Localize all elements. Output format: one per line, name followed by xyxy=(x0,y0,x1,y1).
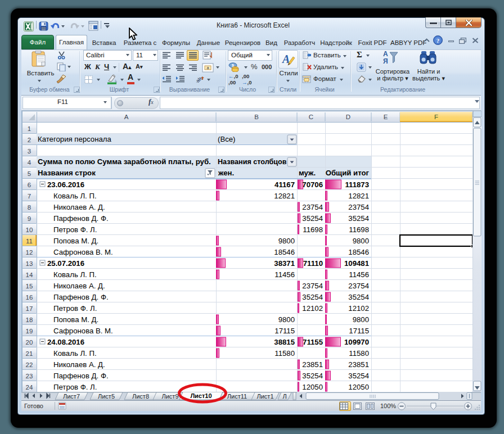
svg-text:Лист11: Лист11 xyxy=(227,393,247,400)
svg-text:71155: 71155 xyxy=(303,338,323,346)
svg-text:Николаев А. Д.: Николаев А. Д. xyxy=(53,360,105,369)
svg-text:20: 20 xyxy=(26,339,33,346)
svg-text:41167: 41167 xyxy=(274,180,295,189)
svg-text:12102: 12102 xyxy=(348,304,369,313)
svg-text:Петров Ф. Л.: Петров Ф. Л. xyxy=(53,304,97,313)
svg-text:10: 10 xyxy=(26,227,33,233)
svg-text:Лист7: Лист7 xyxy=(63,393,80,400)
svg-text:18546: 18546 xyxy=(348,248,369,256)
svg-text:23754: 23754 xyxy=(302,203,323,211)
svg-text:111873: 111873 xyxy=(345,180,369,189)
svg-text:Лист9: Лист9 xyxy=(161,393,178,400)
svg-text:18546: 18546 xyxy=(274,248,295,256)
svg-text:Л: Л xyxy=(282,393,286,400)
svg-text:19: 19 xyxy=(26,328,33,334)
svg-text:35254: 35254 xyxy=(348,293,369,301)
svg-text:23: 23 xyxy=(26,373,33,379)
svg-text:Сафронова В. М.: Сафронова В. М. xyxy=(53,248,113,256)
svg-text:Названия столбцов: Названия столбцов xyxy=(218,158,287,166)
svg-text:Коваль Л. П.: Коваль Л. П. xyxy=(53,192,97,200)
svg-text:?: ? xyxy=(436,37,440,44)
svg-text:25.07.2016: 25.07.2016 xyxy=(47,259,84,268)
svg-text:4: 4 xyxy=(28,159,32,166)
svg-text:23754: 23754 xyxy=(302,282,323,290)
svg-text:Николаев А. Д.: Николаев А. Д. xyxy=(53,282,105,290)
svg-text:15: 15 xyxy=(26,283,33,290)
svg-text:E: E xyxy=(384,114,388,120)
svg-text:24: 24 xyxy=(26,384,33,391)
svg-text:Сафронова В. М.: Сафронова В. М. xyxy=(53,327,113,335)
svg-text:(Все): (Все) xyxy=(218,135,236,143)
svg-text:a: a xyxy=(207,66,209,70)
svg-text:24.08.2016: 24.08.2016 xyxy=(47,338,84,346)
svg-text:35254: 35254 xyxy=(302,293,323,301)
svg-text:109481: 109481 xyxy=(344,259,369,268)
svg-text:Коваль Л. П.: Коваль Л. П. xyxy=(53,270,97,279)
svg-text:1: 1 xyxy=(28,125,31,132)
svg-text:70706: 70706 xyxy=(302,180,323,189)
svg-text:9800: 9800 xyxy=(353,315,369,324)
svg-text:21: 21 xyxy=(26,350,33,357)
svg-text:14: 14 xyxy=(26,272,33,278)
svg-text:2: 2 xyxy=(28,137,31,143)
svg-text:12: 12 xyxy=(26,249,33,256)
svg-text:9: 9 xyxy=(28,215,31,222)
svg-text:109970: 109970 xyxy=(344,338,369,346)
svg-text:35254: 35254 xyxy=(302,372,323,380)
svg-text:9800: 9800 xyxy=(278,237,295,245)
svg-text:38371: 38371 xyxy=(274,259,295,268)
svg-text:Названия строк: Названия строк xyxy=(38,169,96,177)
svg-text:Попова М. Д.: Попова М. Д. xyxy=(53,237,98,245)
svg-text:Лист8: Лист8 xyxy=(132,393,149,400)
svg-text:Петров Ф. Л.: Петров Ф. Л. xyxy=(53,225,97,234)
svg-text:23851: 23851 xyxy=(302,360,323,369)
svg-text:12050: 12050 xyxy=(348,383,369,391)
svg-text:12821: 12821 xyxy=(348,192,369,200)
svg-text:17115: 17115 xyxy=(349,327,369,335)
svg-text:35254: 35254 xyxy=(348,372,369,380)
svg-text:C: C xyxy=(309,114,313,120)
svg-text:Парфенов Д. Ф.: Парфенов Д. Ф. xyxy=(53,293,109,301)
svg-text:Общий итог: Общий итог xyxy=(326,169,370,177)
svg-text:71110: 71110 xyxy=(303,259,323,268)
svg-text:35254: 35254 xyxy=(302,214,323,223)
svg-text:Категория персонала: Категория персонала xyxy=(38,135,112,143)
svg-text:Я: Я xyxy=(383,57,388,65)
svg-text:22: 22 xyxy=(26,361,33,368)
svg-text:11456: 11456 xyxy=(274,270,295,279)
svg-text:38815: 38815 xyxy=(274,338,295,346)
svg-text:9800: 9800 xyxy=(353,237,369,245)
svg-text:Николаев А. Д.: Николаев А. Д. xyxy=(53,203,105,211)
svg-text:Попова М. Д.: Попова М. Д. xyxy=(53,315,98,324)
svg-text:23.06.2016: 23.06.2016 xyxy=(47,180,84,189)
svg-text:11698: 11698 xyxy=(349,225,369,234)
svg-text:D: D xyxy=(346,114,350,120)
svg-text:B: B xyxy=(254,114,259,120)
svg-text:18: 18 xyxy=(26,317,33,323)
svg-text:13: 13 xyxy=(26,260,33,267)
svg-text:Петров Ф. Л.: Петров Ф. Л. xyxy=(53,383,97,391)
svg-text:Коваль Л. П.: Коваль Л. П. xyxy=(53,349,97,358)
svg-text:12050: 12050 xyxy=(302,383,323,391)
svg-text:23851: 23851 xyxy=(348,360,369,369)
svg-text:12821: 12821 xyxy=(274,192,295,200)
svg-text:Парфенов Д. Ф.: Парфенов Д. Ф. xyxy=(53,214,109,223)
svg-text:11580: 11580 xyxy=(349,349,369,358)
svg-text:17: 17 xyxy=(26,305,33,312)
svg-text:Парфенов Д. Ф.: Парфенов Д. Ф. xyxy=(53,372,109,380)
svg-text:11: 11 xyxy=(26,238,33,245)
svg-text:жен.: жен. xyxy=(218,169,234,177)
svg-text:8: 8 xyxy=(28,204,31,211)
svg-text:3: 3 xyxy=(28,148,31,155)
svg-text:17115: 17115 xyxy=(274,327,295,335)
svg-text:A: A xyxy=(124,114,129,120)
svg-text:5: 5 xyxy=(28,170,31,177)
svg-text:7: 7 xyxy=(28,193,31,200)
svg-text:6: 6 xyxy=(28,182,31,188)
svg-text:F: F xyxy=(434,114,438,120)
svg-text:9800: 9800 xyxy=(278,315,295,324)
svg-text:Лист5: Лист5 xyxy=(98,393,115,400)
svg-text:муж.: муж. xyxy=(299,169,316,177)
svg-text:Сумма по полю Сумма заработной: Сумма по полю Сумма заработной платы, ру… xyxy=(38,157,211,166)
svg-text:А: А xyxy=(383,50,388,58)
